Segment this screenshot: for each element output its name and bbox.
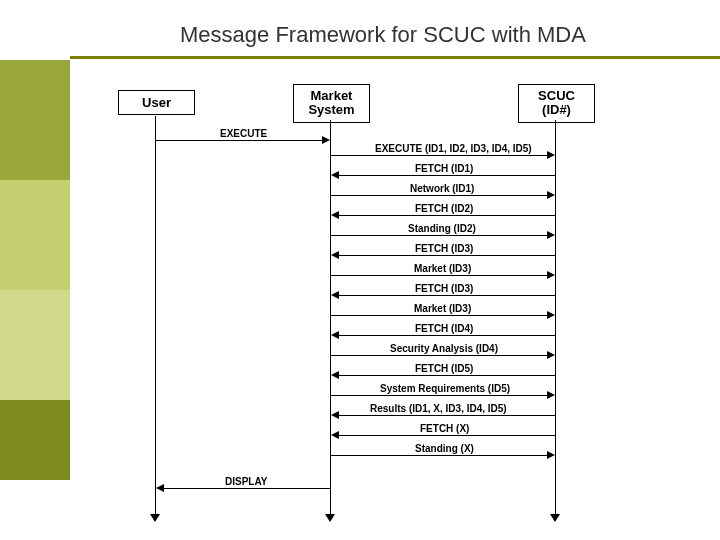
- arrow: [331, 315, 549, 316]
- lifeline-user: [155, 116, 156, 516]
- lifeline-market: [330, 120, 331, 516]
- arrowhead-down-icon: [550, 514, 560, 522]
- arrow: [338, 335, 555, 336]
- arrow: [331, 455, 549, 456]
- arrow: [156, 140, 324, 141]
- arrowhead-down-icon: [325, 514, 335, 522]
- arrow: [331, 355, 549, 356]
- msg-standing-x: Standing (X): [415, 443, 474, 454]
- arrowhead-left-icon: [331, 171, 339, 179]
- arrowhead-left-icon: [331, 411, 339, 419]
- arrowhead-right-icon: [547, 151, 555, 159]
- msg-fetch-id1: FETCH (ID1): [415, 163, 473, 174]
- arrow: [338, 415, 555, 416]
- msg-fetch-id3b: FETCH (ID3): [415, 283, 473, 294]
- msg-network-id1: Network (ID1): [410, 183, 474, 194]
- arrow: [331, 155, 549, 156]
- msg-results: Results (ID1, X, ID3, ID4, ID5): [370, 403, 507, 414]
- msg-display: DISPLAY: [225, 476, 267, 487]
- arrow: [331, 235, 549, 236]
- actor-user: User: [118, 90, 195, 115]
- msg-execute-ids: EXECUTE (ID1, ID2, ID3, ID4, ID5): [375, 143, 532, 154]
- title-rule: [70, 56, 720, 59]
- page-title: Message Framework for SCUC with MDA: [180, 22, 586, 48]
- arrowhead-right-icon: [547, 231, 555, 239]
- arrowhead-left-icon: [331, 251, 339, 259]
- arrowhead-left-icon: [156, 484, 164, 492]
- arrow: [338, 255, 555, 256]
- side-accent: [0, 0, 70, 540]
- arrowhead-right-icon: [547, 311, 555, 319]
- arrow: [331, 275, 549, 276]
- arrow: [338, 435, 555, 436]
- arrow: [338, 375, 555, 376]
- arrowhead-right-icon: [547, 451, 555, 459]
- msg-market-id3b: Market (ID3): [414, 303, 471, 314]
- arrowhead-left-icon: [331, 211, 339, 219]
- arrowhead-left-icon: [331, 431, 339, 439]
- arrow: [331, 195, 549, 196]
- msg-security-analysis: Security Analysis (ID4): [390, 343, 498, 354]
- arrowhead-right-icon: [547, 271, 555, 279]
- actor-scuc: SCUC(ID#): [518, 84, 595, 123]
- arrowhead-left-icon: [331, 291, 339, 299]
- lifeline-scuc: [555, 120, 556, 516]
- arrowhead-right-icon: [547, 191, 555, 199]
- arrow: [338, 215, 555, 216]
- msg-system-requirements: System Requirements (ID5): [380, 383, 510, 394]
- arrow: [338, 295, 555, 296]
- arrowhead-right-icon: [547, 391, 555, 399]
- arrow: [338, 175, 555, 176]
- msg-fetch-x: FETCH (X): [420, 423, 469, 434]
- arrowhead-down-icon: [150, 514, 160, 522]
- msg-fetch-id4: FETCH (ID4): [415, 323, 473, 334]
- arrow: [163, 488, 330, 489]
- arrowhead-right-icon: [322, 136, 330, 144]
- arrowhead-left-icon: [331, 331, 339, 339]
- msg-fetch-id5: FETCH (ID5): [415, 363, 473, 374]
- actor-market: MarketSystem: [293, 84, 370, 123]
- msg-fetch-id3a: FETCH (ID3): [415, 243, 473, 254]
- msg-standing-id2: Standing (ID2): [408, 223, 476, 234]
- arrow: [331, 395, 549, 396]
- msg-market-id3a: Market (ID3): [414, 263, 471, 274]
- arrowhead-right-icon: [547, 351, 555, 359]
- msg-fetch-id2: FETCH (ID2): [415, 203, 473, 214]
- msg-execute: EXECUTE: [220, 128, 267, 139]
- arrowhead-left-icon: [331, 371, 339, 379]
